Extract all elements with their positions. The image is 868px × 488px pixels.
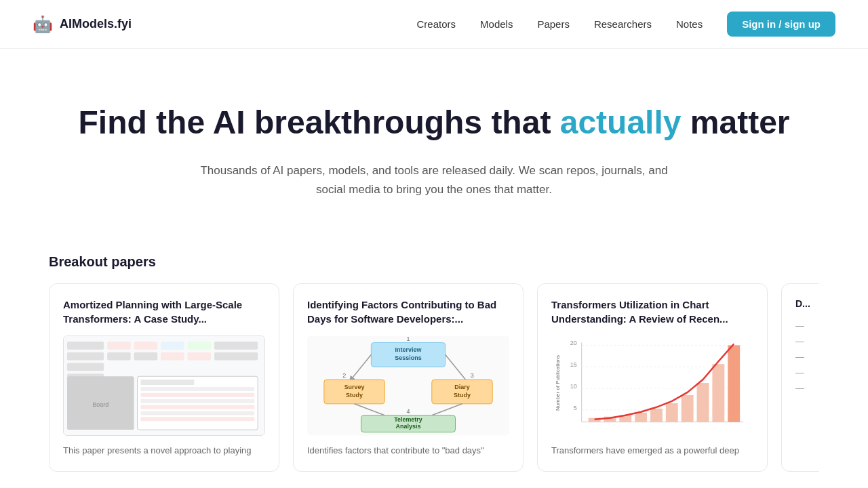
svg-rect-1 [67, 342, 104, 350]
svg-rect-2 [67, 352, 104, 361]
svg-rect-67 [728, 346, 740, 422]
svg-rect-7 [161, 342, 184, 350]
svg-text:Diary: Diary [454, 384, 469, 390]
card-3-desc: Transformers have emerged as a powerful … [551, 444, 753, 458]
card-1-title: Amortized Planning with Large-Scale Tran… [63, 298, 265, 326]
signin-button[interactable]: Sign in / sign up [727, 12, 835, 37]
svg-text:5: 5 [574, 405, 577, 411]
headline-highlight: actually [560, 104, 682, 140]
svg-rect-10 [107, 352, 131, 361]
nav-notes[interactable]: Notes [676, 18, 703, 30]
svg-rect-24 [140, 418, 254, 422]
logo-text: AIModels.fyi [60, 17, 132, 31]
svg-text:3: 3 [471, 372, 474, 379]
card-4-title: D... [795, 298, 819, 311]
main-nav: Creators Models Papers Researchers Notes… [417, 12, 835, 37]
svg-text:Number of Publications: Number of Publications [555, 355, 561, 411]
svg-text:4: 4 [407, 408, 410, 415]
svg-rect-65 [697, 383, 709, 422]
svg-rect-22 [140, 405, 254, 409]
hero-headline: Find the AI breakthroughs that actually … [33, 103, 835, 142]
card-2-image: Interview Sessions 1 2 Survey Study [307, 336, 509, 436]
svg-rect-11 [134, 352, 158, 361]
svg-rect-23 [140, 411, 254, 415]
svg-rect-20 [140, 393, 254, 397]
svg-rect-13 [188, 352, 212, 361]
svg-text:15: 15 [570, 362, 577, 369]
svg-rect-14 [214, 352, 258, 361]
card-3-image: 20 15 10 5 Number of Publications [551, 336, 753, 436]
svg-rect-66 [712, 365, 724, 422]
nav-papers[interactable]: Papers [537, 18, 570, 30]
svg-rect-18 [140, 380, 194, 385]
headline-after: matter [681, 104, 789, 140]
svg-rect-12 [161, 352, 184, 361]
svg-text:Interview: Interview [395, 347, 422, 354]
hero-section: Find the AI breakthroughs that actually … [0, 49, 868, 241]
card-4-dash-5: — [795, 383, 819, 393]
paper-card-3[interactable]: Transformers Utilization in Chart Unders… [537, 283, 768, 472]
svg-rect-61 [635, 413, 647, 422]
svg-text:Board: Board [92, 401, 108, 408]
svg-rect-9 [214, 342, 258, 350]
svg-text:Study: Study [454, 392, 471, 399]
card-4-dash-3: — [795, 352, 819, 362]
svg-text:Study: Study [346, 392, 363, 399]
svg-rect-64 [682, 395, 694, 422]
logo-icon: 🤖 [33, 15, 53, 34]
card-2-title: Identifying Factors Contributing to Bad … [307, 298, 509, 326]
svg-rect-8 [188, 342, 212, 350]
breakout-section: Breakout papers Amortized Planning with … [0, 241, 868, 488]
nav-models[interactable]: Models [480, 18, 513, 30]
paper-card-1[interactable]: Amortized Planning with Large-Scale Tran… [49, 283, 279, 472]
nav-researchers[interactable]: Researchers [594, 18, 652, 30]
svg-text:Survey: Survey [344, 384, 365, 390]
svg-rect-5 [107, 342, 131, 350]
card-4-dash-1: — [795, 321, 819, 331]
svg-text:1: 1 [407, 336, 410, 343]
card-4-dash-4: — [795, 367, 819, 378]
paper-card-2[interactable]: Identifying Factors Contributing to Bad … [293, 283, 524, 472]
nav-creators[interactable]: Creators [417, 18, 456, 30]
card-3-title: Transformers Utilization in Chart Unders… [551, 298, 753, 326]
svg-text:2: 2 [342, 372, 346, 379]
svg-rect-3 [67, 363, 104, 371]
svg-rect-19 [140, 387, 254, 391]
card-2-desc: Identifies factors that contribute to "b… [307, 444, 509, 458]
svg-rect-6 [134, 342, 158, 350]
hero-subtext: Thousands of AI papers, models, and tool… [197, 161, 671, 201]
svg-text:Analysis: Analysis [396, 423, 421, 430]
card-1-image: Board [63, 336, 265, 436]
svg-text:20: 20 [570, 340, 577, 347]
card-1-desc: This paper presents a novel approach to … [63, 444, 265, 458]
site-header: 🤖 AIModels.fyi Creators Models Papers Re… [0, 0, 868, 49]
svg-rect-63 [666, 403, 678, 422]
svg-text:Sessions: Sessions [395, 355, 421, 362]
headline-before: Find the AI breakthroughs that [78, 104, 559, 140]
svg-rect-62 [650, 409, 663, 422]
svg-rect-21 [140, 399, 254, 403]
svg-text:Telemetry: Telemetry [394, 416, 422, 423]
card-4-dash-2: — [795, 336, 819, 346]
paper-card-4[interactable]: D... — — — — — [781, 283, 819, 472]
cards-row: Amortized Planning with Large-Scale Tran… [49, 283, 819, 472]
svg-text:10: 10 [570, 383, 577, 390]
section-title: Breakout papers [49, 254, 819, 270]
logo-link[interactable]: 🤖 AIModels.fyi [33, 15, 132, 34]
